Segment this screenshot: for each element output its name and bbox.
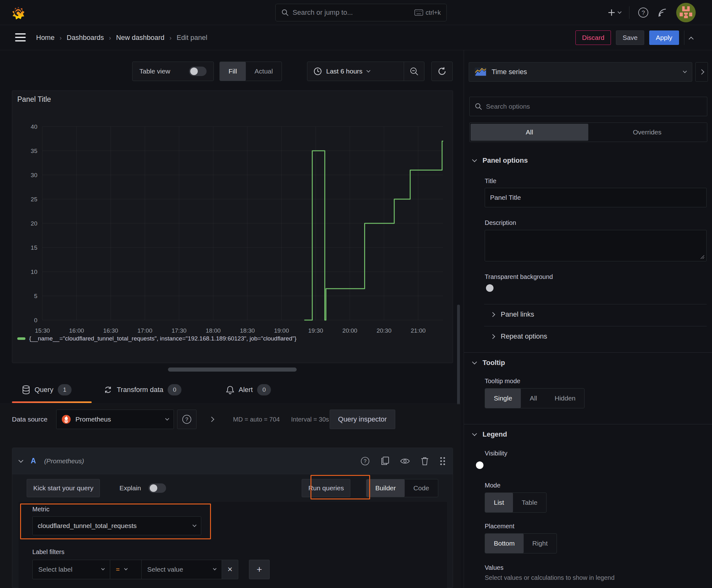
apply-button[interactable]: Apply <box>649 30 679 45</box>
placement-bottom-option[interactable]: Bottom <box>485 534 524 553</box>
breadcrumb-bar: Home › Dashboards › New dashboard › Edit… <box>0 25 712 50</box>
legend-header[interactable]: Legend <box>473 430 507 439</box>
refresh-icon <box>437 67 447 76</box>
datasource-help-button[interactable]: ? <box>177 410 196 429</box>
tab-transform[interactable]: Transform data 0 <box>104 377 181 403</box>
tooltip-mode-switch: Single All Hidden <box>485 388 585 408</box>
tab-alert-label: Alert <box>239 386 253 394</box>
svg-text:?: ? <box>642 9 645 16</box>
timeseries-chart[interactable]: 051015202530354015:3016:0016:3017:0017:3… <box>12 91 453 363</box>
help-button[interactable]: ? <box>638 7 649 18</box>
query-stats-md: MD = auto = 704 <box>233 416 280 423</box>
tab-query[interactable]: Query 1 <box>22 377 71 403</box>
description-textarea[interactable] <box>485 230 707 261</box>
datasource-picker[interactable]: Prometheus <box>56 410 174 429</box>
tooltip-all-option[interactable]: All <box>521 388 546 408</box>
tooltip-heading: Tooltip <box>482 359 505 367</box>
repeat-options-header[interactable]: Repeat options <box>491 332 547 340</box>
actual-option[interactable]: Actual <box>246 62 282 81</box>
builder-option[interactable]: Builder <box>366 479 404 497</box>
query-inspector-button[interactable]: Query inspector <box>330 410 395 429</box>
duplicate-query-button[interactable] <box>381 456 389 466</box>
panel-title-input[interactable] <box>485 188 707 207</box>
metric-value: cloudflared_tunnel_total_requests <box>38 522 189 530</box>
global-search[interactable]: ctrl+k <box>275 4 447 21</box>
time-range-picker[interactable]: Last 6 hours <box>307 67 404 76</box>
keyboard-shortcut: ctrl+k <box>414 9 441 16</box>
table-view-toggle[interactable] <box>189 67 207 76</box>
panel-preview: Panel Title 051015202530354015:3016:0016… <box>12 90 453 363</box>
toggle-viz-picker-button[interactable] <box>695 62 708 82</box>
chevron-down-icon <box>472 360 477 365</box>
tooltip-header[interactable]: Tooltip <box>473 359 505 367</box>
builder-code-switch: Builder Code <box>366 479 438 497</box>
chevron-down-icon <box>165 417 169 421</box>
chevron-down-icon <box>124 567 128 570</box>
search-input[interactable] <box>293 8 411 17</box>
drag-query-handle[interactable] <box>439 456 446 466</box>
breadcrumb-home[interactable]: Home <box>36 34 55 42</box>
svg-text:16:00: 16:00 <box>69 327 84 334</box>
select-value-dropdown[interactable]: Select value <box>142 560 222 579</box>
svg-text:19:00: 19:00 <box>274 327 289 334</box>
placement-right-option[interactable]: Right <box>524 534 557 553</box>
new-menu-button[interactable] <box>607 8 621 17</box>
label-filters-label: Label filters <box>33 548 64 555</box>
explain-toggle[interactable] <box>149 483 166 493</box>
zoom-out-button[interactable] <box>404 67 424 76</box>
discard-button[interactable]: Discard <box>576 30 611 45</box>
legend-swatch <box>17 337 25 340</box>
chart-legend[interactable]: {__name__="cloudflared_tunnel_total_requ… <box>17 335 296 342</box>
tab-alert[interactable]: Alert 0 <box>226 377 271 403</box>
news-button[interactable] <box>657 7 668 18</box>
query-card-header[interactable]: A (Prometheus) ? <box>12 448 453 474</box>
refresh-button[interactable] <box>431 62 453 81</box>
operator-dropdown[interactable]: = <box>110 560 142 579</box>
repeat-options-label: Repeat options <box>501 332 547 340</box>
options-sidebar: Time series All Overrides Panel options … <box>464 50 712 588</box>
time-range-control: Last 6 hours <box>307 62 425 81</box>
add-filter-button[interactable]: + <box>249 560 270 579</box>
kick-start-query-button[interactable]: Kick start your query <box>27 479 100 497</box>
tab-overrides[interactable]: Overrides <box>588 124 706 141</box>
chevron-up-icon[interactable] <box>688 37 693 41</box>
chevron-right-icon: › <box>109 34 111 41</box>
svg-text:30: 30 <box>31 172 37 178</box>
clock-icon <box>314 67 322 76</box>
code-option[interactable]: Code <box>405 479 438 497</box>
panel-links-header[interactable]: Panel links <box>491 310 534 318</box>
user-avatar[interactable] <box>676 2 696 23</box>
remove-filter-button[interactable]: ✕ <box>222 560 238 579</box>
visualization-picker[interactable]: Time series <box>469 62 692 82</box>
svg-text:20:30: 20:30 <box>376 327 391 334</box>
plus-icon: + <box>257 564 262 575</box>
mega-menu-button[interactable] <box>15 33 26 42</box>
chevron-down-icon <box>192 523 196 527</box>
remove-query-button[interactable] <box>421 456 429 466</box>
grafana-logo[interactable] <box>11 6 25 20</box>
breadcrumb-new-dashboard[interactable]: New dashboard <box>116 34 165 42</box>
run-queries-button[interactable]: Run queries <box>302 479 350 497</box>
save-button[interactable]: Save <box>616 30 644 45</box>
chevron-right-icon <box>490 334 495 339</box>
options-search-input[interactable] <box>486 103 702 110</box>
legend-list-option[interactable]: List <box>485 493 513 512</box>
legend-placement-switch: Bottom Right <box>485 533 557 553</box>
query-ref-datasource: (Prometheus) <box>44 457 84 465</box>
fill-option[interactable]: Fill <box>220 62 246 81</box>
query-help-button[interactable]: ? <box>360 456 370 466</box>
tab-all[interactable]: All <box>471 124 588 141</box>
pane-resize-handle[interactable] <box>168 368 297 372</box>
hide-query-button[interactable] <box>400 457 410 465</box>
drag-handle-icon <box>439 456 446 466</box>
select-label-dropdown[interactable]: Select label <box>33 560 110 579</box>
options-search[interactable] <box>469 97 707 116</box>
legend-table-option[interactable]: Table <box>513 493 546 512</box>
tab-transform-label: Transform data <box>117 386 163 394</box>
breadcrumb-dashboards[interactable]: Dashboards <box>67 34 104 42</box>
chevron-right-icon[interactable] <box>209 417 214 422</box>
tooltip-single-option[interactable]: Single <box>485 388 521 408</box>
panel-options-header[interactable]: Panel options <box>473 156 528 165</box>
tooltip-hidden-option[interactable]: Hidden <box>546 388 585 408</box>
metric-select[interactable]: cloudflared_tunnel_total_requests <box>33 517 201 535</box>
